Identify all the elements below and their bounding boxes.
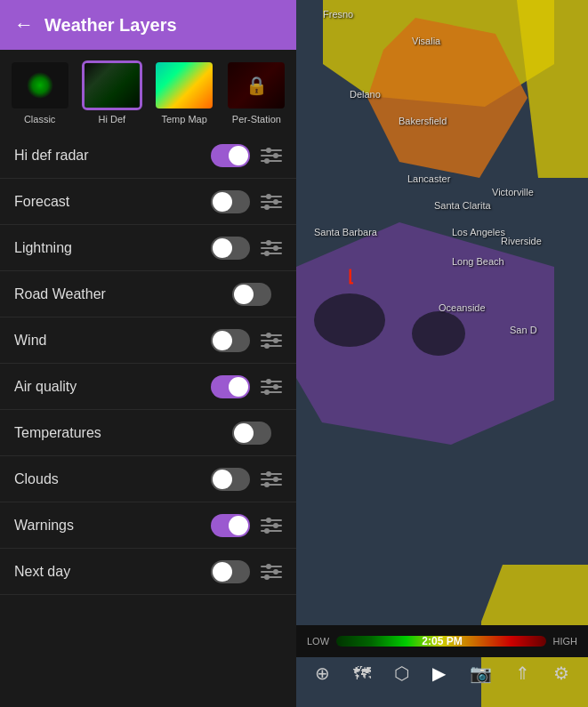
layer-row-hi-def-radar: Hi def radar [0,133,296,179]
scale-time-label: 2:05 PM [422,635,462,647]
thumb-classic[interactable]: Classic [7,60,72,125]
left-panel: ← Weather Layers Classic Hi Def [0,0,296,707]
toggle-knob-0 [229,146,248,165]
city-sandiego: San D [510,325,537,335]
toggle-7[interactable] [211,468,250,491]
lock-icon: 🔒 [246,75,268,96]
warning-yellow-right [517,0,588,178]
settings-icon[interactable]: ⚙ [553,663,569,684]
thumb-hidef[interactable]: Hi Def [79,60,144,125]
red-marker: ⌊ [348,267,354,286]
layer-row-wind: Wind [0,317,296,364]
back-button[interactable]: ← [14,13,34,36]
main-layout: ← Weather Layers Classic Hi Def [0,0,588,707]
city-fresno: Fresno [323,9,353,20]
toggle-knob-6 [234,423,254,443]
layer-row-road-weather: Road Weather [0,271,296,317]
dark-spot-1 [314,293,385,347]
city-victorville: Victorville [492,187,534,197]
layer-name-2: Lightning [14,240,211,256]
play-icon[interactable]: ▶ [432,663,446,684]
location-icon[interactable]: ⊕ [315,663,330,684]
toggle-2[interactable] [211,237,250,260]
map-icon[interactable]: 🗺 [353,663,371,684]
slider-icon-1[interactable] [261,191,282,213]
thumb-tempmap[interactable]: Temp Map [152,60,217,125]
layer-name-7: Clouds [14,471,211,487]
toggle-9[interactable] [211,560,250,583]
slider-icon-5[interactable] [261,376,282,398]
city-santabarbara: Santa Barbara [314,227,377,237]
layer-row-forecast: Forecast [0,179,296,225]
layer-name-5: Air quality [14,379,211,395]
layer-name-8: Warnings [14,518,211,534]
toggle-6[interactable] [232,422,271,445]
thumb-perstation-img: 🔒 [226,60,286,110]
layers-list: Hi def radarForecastLightningRoad Weathe… [0,133,296,707]
city-bakersfield: Bakersfield [399,116,447,126]
slider-icon-0[interactable] [261,145,282,166]
thumbnails-row: Classic Hi Def Temp Map 🔒 [0,50,296,133]
layer-name-1: Forecast [14,194,211,210]
toggle-8[interactable] [211,514,250,537]
city-riverside: Riverside [501,236,542,246]
city-lancaster: Lancaster [407,173,450,184]
city-santaclarita: Santa Clarita [434,200,491,211]
page-title: Weather Layers [44,15,177,36]
toggle-knob-4 [213,331,232,350]
city-delano: Delano [350,89,381,100]
layer-row-warnings: Warnings [0,502,296,549]
layers-icon[interactable]: ⬡ [394,663,409,684]
thumb-tempmap-label: Temp Map [161,114,206,125]
city-longbeach: Long Beach [452,256,504,267]
thumb-perstation[interactable]: 🔒 Per-Station [224,60,289,125]
toggle-knob-5 [229,377,248,397]
toggle-knob-3 [234,285,254,304]
bottom-toolbar: ⊕ 🗺 ⬡ ▶ 📷 ⇑ ⚙ [296,657,588,689]
toggle-knob-8 [229,516,248,535]
thumb-perstation-label: Per-Station [232,114,281,125]
color-scale-bar: LOW HIGH 2:05 PM [296,625,588,657]
layer-name-0: Hi def radar [14,148,211,164]
right-panel: Fresno Visalia Delano Bakersfield Lancas… [296,0,588,707]
layer-name-6: Temperatures [14,425,232,441]
thumb-hidef-label: Hi Def [99,114,126,125]
layer-row-temperatures: Temperatures [0,410,296,456]
city-losangeles: Los Angeles [452,227,505,237]
camera-icon[interactable]: 📷 [470,663,492,684]
thumb-tempmap-img [154,60,214,110]
layer-row-lightning: Lightning [0,225,296,271]
toggle-knob-1 [213,192,232,212]
toggle-0[interactable] [211,144,250,167]
header: ← Weather Layers [0,0,296,50]
slider-icon-4[interactable] [261,330,282,351]
toggle-4[interactable] [211,329,250,352]
layer-row-next-day: Next day [0,549,296,595]
layer-name-9: Next day [14,564,211,580]
slider-icon-9[interactable] [261,561,282,582]
city-visalia: Visalia [412,36,440,46]
toggle-knob-7 [213,470,232,489]
slider-icon-8[interactable] [261,515,282,536]
scale-low-label: LOW [307,636,329,647]
layer-name-3: Road Weather [14,286,232,302]
dark-spot-2 [412,311,465,356]
scale-high-label: HIGH [553,636,578,647]
map-content: Fresno Visalia Delano Bakersfield Lancas… [296,0,588,707]
slider-icon-2[interactable] [261,237,282,259]
toggle-knob-9 [213,562,232,582]
layer-row-air-quality: Air quality [0,364,296,410]
thumb-classic-img [10,60,70,110]
layer-name-4: Wind [14,333,211,349]
toggle-5[interactable] [211,375,250,398]
toggle-knob-2 [213,238,232,258]
toggle-1[interactable] [211,190,250,213]
slider-icon-7[interactable] [261,469,282,490]
thumb-hidef-img [82,60,142,110]
city-oceanside: Oceanside [439,302,486,313]
toggle-3[interactable] [232,283,271,306]
thumb-classic-label: Classic [24,114,55,125]
share-icon[interactable]: ⇑ [515,663,530,684]
layer-row-clouds: Clouds [0,456,296,502]
